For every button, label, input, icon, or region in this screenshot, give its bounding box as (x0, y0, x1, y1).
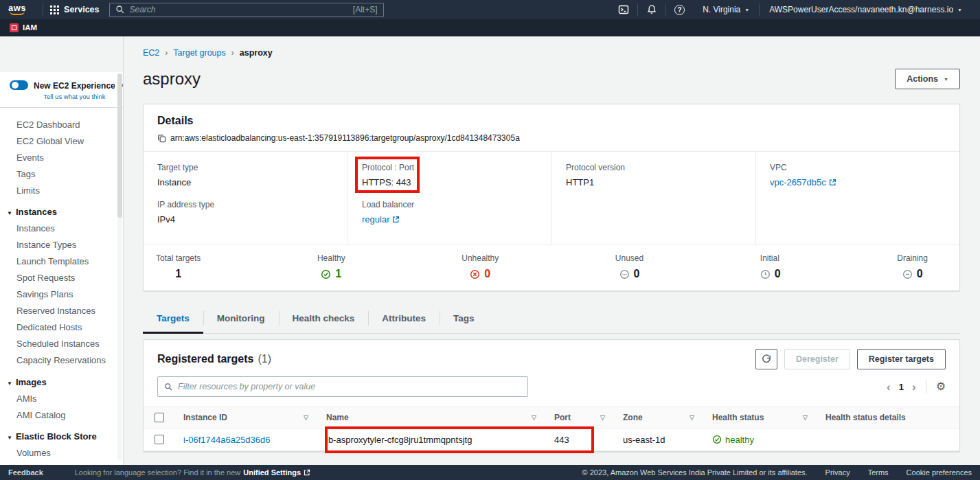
registered-targets-count: (1) (258, 353, 272, 365)
help-button[interactable]: ? (666, 5, 693, 15)
language-selection-text: Looking for language selection? Find it … (75, 468, 241, 477)
sidebar-header-space (0, 36, 123, 72)
tab-health-checks[interactable]: Health checks (279, 304, 369, 333)
help-icon: ? (674, 5, 685, 15)
sort-icon[interactable]: ▽ (532, 414, 536, 421)
tab-monitoring[interactable]: Monitoring (203, 304, 279, 333)
row-checkbox[interactable] (155, 435, 164, 444)
healthy-check-icon (321, 269, 331, 279)
sidebar-section-ebs[interactable]: ▼Elastic Block Store (0, 423, 123, 445)
page-title: asproxy (143, 69, 201, 89)
chevron-down-icon: ▼ (7, 435, 12, 441)
tab-tags[interactable]: Tags (440, 304, 488, 333)
chevron-down-icon: ▼ (944, 77, 948, 82)
aws-logo[interactable]: aws (8, 4, 26, 15)
bell-icon (646, 4, 657, 15)
search-shortcut: [Alt+S] (353, 5, 378, 14)
region-selector[interactable]: N. Virginia ▼ (693, 5, 759, 14)
favorites-bar: IAM (0, 19, 980, 36)
cookie-preferences-link[interactable]: Cookie preferences (907, 468, 972, 477)
filter-input[interactable] (178, 382, 521, 391)
cloudshell-icon (618, 4, 629, 15)
copyright-text: © 2023, Amazon Web Services India Privat… (582, 468, 808, 477)
target-health-summary: Total targets 1 Healthy 1 Unhealthy 0 (144, 244, 959, 290)
register-targets-button[interactable]: Register targets (857, 349, 946, 369)
registered-targets-title: Registered targets (157, 353, 254, 365)
search-input[interactable] (130, 5, 353, 14)
region-label: N. Virginia (703, 5, 740, 14)
gear-icon[interactable]: ⚙ (936, 381, 946, 392)
sidebar-item-snapshots[interactable]: Snapshots (0, 461, 123, 466)
page-number[interactable]: 1 (898, 382, 905, 392)
sidebar-item-volumes[interactable]: Volumes (0, 445, 123, 461)
sidebar-item-spot-requests[interactable]: Spot Requests (0, 270, 123, 286)
sidebar-section-images[interactable]: ▼Images (0, 369, 123, 391)
top-navigation-bar: aws Services [Alt+S] ? N. Virginia ▼ AWS… (0, 0, 980, 19)
sidebar-item-savings-plans[interactable]: Savings Plans (0, 286, 123, 303)
deregister-button[interactable]: Deregister (784, 349, 850, 369)
stat-draining: Draining 0 (897, 253, 928, 280)
stat-unused: Unused 0 (615, 253, 643, 280)
external-link-icon (829, 179, 836, 186)
iam-icon (10, 23, 19, 32)
favorite-iam[interactable]: IAM (10, 23, 37, 32)
breadcrumb-target-groups[interactable]: Target groups (173, 48, 225, 58)
vpc-link[interactable]: vpc-2657db5c (770, 177, 836, 187)
iam-label: IAM (23, 23, 37, 32)
account-menu[interactable]: AWSPowerUserAccess/navaneeth.kn@harness.… (760, 5, 972, 14)
col-instance-id: Instance ID (183, 413, 227, 422)
terms-link[interactable]: Terms (868, 468, 889, 477)
tell-us-link[interactable]: Tell us what you think (34, 93, 115, 100)
draining-minus-icon (902, 269, 913, 279)
page-prev-icon[interactable]: ‹ (887, 381, 891, 393)
sort-icon[interactable]: ▽ (600, 414, 605, 421)
feedback-link[interactable]: Feedback (8, 468, 43, 477)
sidebar-item-launch-templates[interactable]: Launch Templates (0, 253, 123, 270)
copy-icon[interactable] (157, 134, 166, 143)
load-balancer-link[interactable]: regular (362, 214, 400, 225)
divider (926, 380, 926, 393)
sidebar-item-tags[interactable]: Tags (0, 165, 123, 182)
sort-icon[interactable]: ▽ (803, 414, 808, 421)
sort-icon[interactable]: ▽ (690, 414, 694, 421)
search-icon (164, 382, 173, 391)
sidebar-item-dedicated-hosts[interactable]: Dedicated Hosts (0, 319, 123, 336)
sidebar-item-reserved-instances[interactable]: Reserved Instances (0, 303, 123, 319)
sidebar-item-capacity-reservations[interactable]: Capacity Reservations (0, 352, 123, 369)
actions-button[interactable]: Actions ▼ (895, 69, 960, 89)
breadcrumb-ec2[interactable]: EC2 (143, 48, 159, 58)
target-name: lb-asproxytyler-cfcg8jru1tmmqpntsjtg (318, 435, 546, 445)
target-port: 443 (546, 435, 615, 445)
col-name: Name (326, 413, 349, 422)
sidebar-item-ami-catalog[interactable]: AMI Catalog (0, 407, 123, 423)
sidebar-scrollbar-thumb[interactable] (117, 73, 122, 218)
sort-icon[interactable]: ▽ (304, 414, 308, 421)
new-experience-toggle[interactable] (10, 80, 28, 90)
privacy-link[interactable]: Privacy (825, 468, 850, 477)
protocol-port-annotation (355, 157, 420, 193)
sidebar-item-scheduled-instances[interactable]: Scheduled Instances (0, 336, 123, 352)
sidebar-item-instances[interactable]: Instances (0, 220, 123, 237)
sidebar-section-instances[interactable]: ▼Instances (0, 198, 123, 220)
unhealthy-x-icon (470, 269, 480, 279)
refresh-button[interactable] (755, 349, 777, 369)
stat-initial: Initial 0 (760, 253, 781, 280)
instance-id-link[interactable]: i-06f1744a6a25d36d6 (175, 435, 318, 445)
unified-settings-link[interactable]: Unified Settings (243, 468, 301, 477)
cloudshell-button[interactable] (610, 4, 637, 15)
select-all-checkbox[interactable] (155, 413, 164, 422)
sidebar-item-amis[interactable]: AMIs (0, 390, 123, 407)
services-menu[interactable]: Services (50, 5, 99, 14)
breadcrumb-current: asproxy (240, 48, 273, 58)
page-next-icon[interactable]: › (912, 381, 916, 393)
sidebar-item-events[interactable]: Events (0, 149, 123, 165)
tab-attributes[interactable]: Attributes (368, 304, 440, 333)
toggle-knob (12, 82, 19, 89)
sidebar-item-limits[interactable]: Limits (0, 182, 123, 198)
sidebar-item-ec2-dashboard[interactable]: EC2 Dashboard (0, 116, 123, 133)
notifications-button[interactable] (638, 4, 665, 15)
sidebar-item-instance-types[interactable]: Instance Types (0, 237, 123, 253)
global-search[interactable]: [Alt+S] (109, 3, 384, 17)
tab-targets[interactable]: Targets (143, 304, 203, 333)
sidebar-item-ec2-global-view[interactable]: EC2 Global View (0, 133, 123, 149)
